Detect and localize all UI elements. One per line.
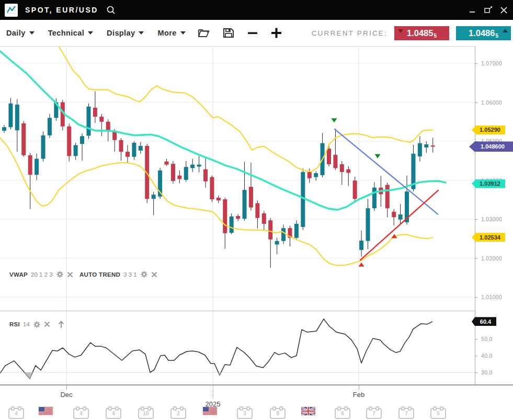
candlestick[interactable] <box>48 114 52 138</box>
toolbar: Daily Technical Display More CURRENT PRI… <box>0 20 513 47</box>
calendar-event-icon[interactable]: 3 <box>237 408 253 419</box>
calendar-event-icon[interactable]: 4 <box>8 408 24 419</box>
candle-body-up <box>152 195 156 199</box>
time-axis[interactable]: Dec2025Feb444102396775 <box>0 384 513 420</box>
candlestick[interactable] <box>294 220 299 240</box>
candlestick[interactable] <box>171 161 175 184</box>
minimize-button[interactable] <box>468 6 476 14</box>
candlestick[interactable] <box>346 166 350 186</box>
us-flag-event-icon[interactable] <box>203 407 217 415</box>
candlestick[interactable] <box>61 100 65 130</box>
candlestick[interactable] <box>392 209 396 225</box>
uk-flag-event-icon[interactable] <box>301 407 315 415</box>
candlestick[interactable] <box>340 161 344 185</box>
calendar-event-icon[interactable]: 4 <box>106 408 121 419</box>
candlestick[interactable] <box>93 92 97 123</box>
auto-trend-remove-icon[interactable] <box>151 271 157 278</box>
menu-timeframe-daily[interactable]: Daily <box>6 29 35 37</box>
candlestick[interactable] <box>197 156 201 172</box>
candlestick[interactable] <box>203 158 208 188</box>
candlestick[interactable] <box>86 104 90 139</box>
candlestick[interactable] <box>249 163 253 211</box>
candlestick[interactable] <box>268 218 272 268</box>
candlestick[interactable] <box>321 133 325 177</box>
rsi-remove-icon[interactable] <box>44 321 50 327</box>
candlestick[interactable] <box>230 213 234 234</box>
candlestick[interactable] <box>372 182 377 211</box>
candlestick[interactable] <box>139 142 143 153</box>
candlestick[interactable] <box>216 196 221 203</box>
price-tick-label: 1.07000 <box>481 60 502 66</box>
price-axis[interactable]: 1.070001.060001.050001.040001.030001.020… <box>475 46 513 384</box>
open-folder-icon[interactable] <box>197 27 211 39</box>
rsi-settings-gear-icon[interactable] <box>33 321 41 328</box>
candlestick[interactable] <box>314 171 318 180</box>
calendar-event-icon[interactable]: 7 <box>398 408 414 419</box>
candlestick[interactable] <box>165 159 169 166</box>
calendar-event-icon[interactable]: 9 <box>270 408 286 419</box>
candlestick[interactable] <box>2 125 6 133</box>
candlestick[interactable] <box>35 154 39 180</box>
candlestick[interactable] <box>236 214 240 221</box>
candlestick[interactable] <box>126 145 130 163</box>
vwap-legend-params: 20 1 2 3 <box>31 271 53 278</box>
zoom-in-button[interactable] <box>270 27 282 39</box>
candle-body-up <box>398 214 403 220</box>
candlestick[interactable] <box>8 98 13 129</box>
candlestick[interactable] <box>80 133 84 161</box>
save-icon[interactable] <box>222 27 235 39</box>
candlestick[interactable] <box>177 171 181 184</box>
close-icon[interactable] <box>499 6 508 14</box>
candlestick[interactable] <box>385 183 390 217</box>
time-tick <box>359 385 359 390</box>
us-flag-event-icon[interactable] <box>39 407 53 415</box>
candlestick[interactable] <box>366 199 370 249</box>
candlestick[interactable] <box>333 129 337 170</box>
rsi-indicator-pane[interactable] <box>0 311 475 384</box>
candlestick[interactable] <box>119 138 123 161</box>
calendar-event-icon[interactable]: 7 <box>366 408 382 419</box>
calendar-event-icon[interactable]: 2 <box>170 408 186 419</box>
menu-more[interactable]: More <box>157 29 185 37</box>
calendar-event-icon[interactable]: 5 <box>430 408 446 419</box>
candlestick[interactable] <box>210 176 214 202</box>
calendar-event-icon[interactable]: 4 <box>73 408 89 419</box>
candlestick[interactable] <box>15 99 19 152</box>
rsi-move-pane-up-icon[interactable] <box>58 320 65 328</box>
auto-trend-settings-gear-icon[interactable] <box>140 270 148 278</box>
candlestick[interactable] <box>132 141 136 160</box>
candlestick[interactable] <box>281 224 286 244</box>
candlestick[interactable] <box>99 114 104 136</box>
menu-technical[interactable]: Technical <box>48 29 93 37</box>
candlestick[interactable] <box>184 161 188 181</box>
candlestick[interactable] <box>431 138 435 152</box>
vwap-remove-icon[interactable] <box>67 271 73 278</box>
candle-body-up <box>15 105 19 130</box>
candlestick[interactable] <box>190 159 195 172</box>
candlestick[interactable] <box>21 121 26 157</box>
candlestick[interactable] <box>41 131 45 161</box>
candlestick[interactable] <box>262 211 266 230</box>
candlestick[interactable] <box>255 200 259 229</box>
candlestick[interactable] <box>418 136 422 161</box>
ask-price-box[interactable]: 1.04865 <box>456 26 511 40</box>
candle-body-up <box>48 118 52 135</box>
candlestick[interactable] <box>275 238 279 254</box>
pane-divider[interactable] <box>0 311 513 311</box>
candlestick[interactable] <box>398 204 403 224</box>
candlestick[interactable] <box>424 141 428 153</box>
calendar-event-icon[interactable]: 6 <box>335 408 350 419</box>
candlestick[interactable] <box>359 231 363 257</box>
candlestick[interactable] <box>74 143 78 160</box>
popout-window-button[interactable] <box>484 6 492 14</box>
vwap-settings-gear-icon[interactable] <box>56 270 64 278</box>
trend-line-support[interactable] <box>360 190 438 260</box>
zoom-out-button[interactable] <box>247 28 258 38</box>
search-icon[interactable] <box>106 5 116 15</box>
calendar-event-icon[interactable]: 10 <box>138 408 154 419</box>
bid-price-box[interactable]: 1.04855 <box>394 26 449 40</box>
menu-display[interactable]: Display <box>107 29 144 37</box>
candlestick[interactable] <box>67 123 71 161</box>
candlestick[interactable] <box>152 192 156 215</box>
candlestick[interactable] <box>28 153 32 209</box>
